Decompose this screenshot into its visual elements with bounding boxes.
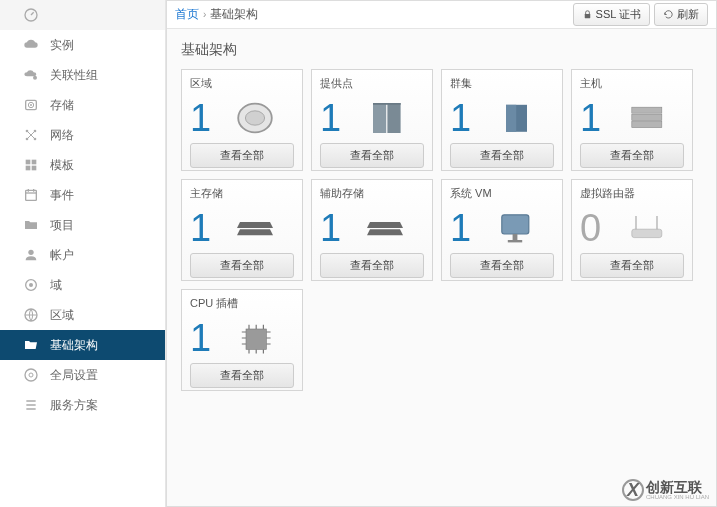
card-title: 主存储 <box>190 186 294 201</box>
svg-rect-20 <box>584 14 590 18</box>
view-all-button[interactable]: 查看全部 <box>320 253 424 278</box>
breadcrumb: 首页 › 基础架构 <box>175 6 258 23</box>
svg-rect-23 <box>373 103 386 133</box>
svg-rect-9 <box>26 160 31 165</box>
host-icon <box>605 93 684 143</box>
watermark-logo-icon: X <box>622 479 644 501</box>
storage-icon <box>215 203 294 253</box>
folder-icon <box>22 216 40 234</box>
view-all-button[interactable]: 查看全部 <box>580 143 684 168</box>
view-all-button[interactable]: 查看全部 <box>450 253 554 278</box>
refresh-label: 刷新 <box>677 7 699 22</box>
sidebar-item-instances[interactable]: 实例 <box>0 30 165 60</box>
refresh-button[interactable]: 刷新 <box>654 3 708 26</box>
watermark: X 创新互联 CHUANG XIN HU LIAN <box>622 479 709 501</box>
calendar-icon <box>22 186 40 204</box>
ssl-cert-button[interactable]: SSL 证书 <box>573 3 650 26</box>
svg-rect-31 <box>501 215 528 234</box>
card-title: 系统 VM <box>450 186 554 201</box>
cloud-icon <box>22 36 40 54</box>
sidebar-item-dashboard[interactable] <box>0 0 165 30</box>
view-all-button[interactable]: 查看全部 <box>580 253 684 278</box>
sidebar-item-projects[interactable]: 项目 <box>0 210 165 240</box>
sidebar-item-label: 网络 <box>50 127 74 144</box>
cloud-group-icon <box>22 66 40 84</box>
sidebar-item-label: 实例 <box>50 37 74 54</box>
refresh-icon <box>663 9 674 20</box>
view-all-button[interactable]: 查看全部 <box>190 143 294 168</box>
storage-icon <box>345 203 424 253</box>
card-virtual-routers: 虚拟路由器 0 查看全部 <box>571 179 693 281</box>
card-zones: 区域 1 查看全部 <box>181 69 303 171</box>
svg-point-18 <box>25 369 37 381</box>
sidebar-item-service-offerings[interactable]: 服务方案 <box>0 390 165 420</box>
cluster-icon <box>475 93 554 143</box>
view-all-button[interactable]: 查看全部 <box>450 143 554 168</box>
sidebar-item-accounts[interactable]: 帐户 <box>0 240 165 270</box>
svg-rect-13 <box>26 190 37 200</box>
sidebar-item-network[interactable]: 网络 <box>0 120 165 150</box>
svg-rect-25 <box>373 103 401 105</box>
card-count: 1 <box>580 97 601 140</box>
card-clusters: 群集 1 查看全部 <box>441 69 563 171</box>
card-system-vms: 系统 VM 1 查看全部 <box>441 179 563 281</box>
card-count: 1 <box>190 97 211 140</box>
svg-rect-34 <box>631 229 661 237</box>
list-icon <box>22 396 40 414</box>
svg-rect-29 <box>631 114 661 120</box>
card-title: 主机 <box>580 76 684 91</box>
sidebar-item-affinity[interactable]: 关联性组 <box>0 60 165 90</box>
svg-rect-32 <box>512 234 517 240</box>
sidebar-item-events[interactable]: 事件 <box>0 180 165 210</box>
view-all-button[interactable]: 查看全部 <box>320 143 424 168</box>
card-count: 1 <box>190 317 211 360</box>
sidebar-item-templates[interactable]: 模板 <box>0 150 165 180</box>
card-title: 群集 <box>450 76 554 91</box>
card-count: 1 <box>450 97 471 140</box>
svg-rect-12 <box>32 166 37 171</box>
sidebar-item-infrastructure[interactable]: 基础架构 <box>0 330 165 360</box>
card-title: 辅助存储 <box>320 186 424 201</box>
card-count: 1 <box>320 97 341 140</box>
sidebar-item-label: 模板 <box>50 157 74 174</box>
view-all-button[interactable]: 查看全部 <box>190 363 294 388</box>
card-title: CPU 插槽 <box>190 296 294 311</box>
sidebar-item-domains[interactable]: 域 <box>0 270 165 300</box>
svg-point-16 <box>29 283 33 287</box>
sidebar-item-label: 基础架构 <box>50 337 98 354</box>
sidebar: 实例 关联性组 存储 网络 模板 事件 项目 帐户 域 区域 基础架构 <box>0 0 166 507</box>
svg-point-14 <box>28 250 33 255</box>
card-count: 1 <box>190 207 211 250</box>
card-cpu-sockets: CPU 插槽 1 查看全部 <box>181 289 303 391</box>
breadcrumb-bar: 首页 › 基础架构 SSL 证书 刷新 <box>167 1 716 29</box>
sidebar-item-label: 事件 <box>50 187 74 204</box>
page-title: 基础架构 <box>181 41 702 59</box>
sidebar-item-global-settings[interactable]: 全局设置 <box>0 360 165 390</box>
svg-point-4 <box>30 104 32 106</box>
target-icon <box>22 276 40 294</box>
breadcrumb-current: 基础架构 <box>210 6 258 23</box>
sidebar-item-regions[interactable]: 区域 <box>0 300 165 330</box>
monitor-icon <box>475 203 554 253</box>
ssl-label: SSL 证书 <box>596 7 641 22</box>
pod-icon <box>345 93 424 143</box>
top-buttons: SSL 证书 刷新 <box>573 3 708 26</box>
card-count: 1 <box>450 207 471 250</box>
card-title: 区域 <box>190 76 294 91</box>
svg-rect-30 <box>631 122 661 128</box>
cpu-icon <box>215 313 294 363</box>
content: 基础架构 区域 1 查看全部 提供点 1 查看全部 <box>167 29 716 403</box>
sidebar-item-storage[interactable]: 存储 <box>0 90 165 120</box>
svg-rect-27 <box>506 105 516 132</box>
user-icon <box>22 246 40 264</box>
view-all-button[interactable]: 查看全部 <box>190 253 294 278</box>
svg-point-19 <box>29 373 33 377</box>
svg-point-22 <box>245 111 264 125</box>
sidebar-item-label: 帐户 <box>50 247 74 264</box>
breadcrumb-home[interactable]: 首页 <box>175 6 199 23</box>
zone-icon <box>215 93 294 143</box>
disk-icon <box>22 96 40 114</box>
main-area: 首页 › 基础架构 SSL 证书 刷新 基础架构 区域 1 <box>166 0 717 507</box>
card-pods: 提供点 1 查看全部 <box>311 69 433 171</box>
svg-rect-11 <box>26 166 31 171</box>
